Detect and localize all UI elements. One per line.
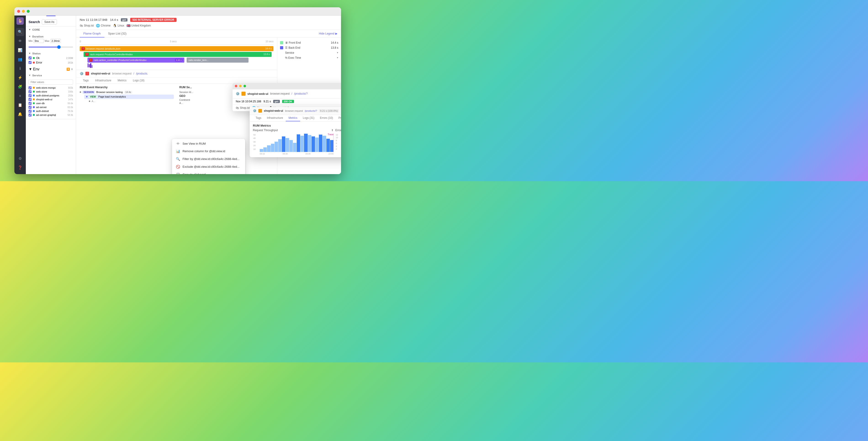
path-separator: / — [133, 72, 134, 75]
save-as-button[interactable]: Save As — [42, 20, 57, 25]
detail-tab-tags[interactable]: Tags — [80, 78, 92, 84]
service-section: ▼ Service web-store-mongo 683k — [26, 72, 76, 119]
flame-bar-rack-request[interactable]: ! rack.request ProductsController#index … — [84, 52, 272, 57]
duration-slider[interactable] — [29, 47, 73, 48]
popup-close-light[interactable] — [235, 85, 237, 87]
service-count: 58.9k — [68, 114, 73, 116]
env-filter-icon[interactable]: 🔽 — [66, 68, 70, 71]
popup-max-light[interactable] — [244, 85, 246, 87]
close-button[interactable] — [17, 10, 20, 13]
duration-header[interactable]: ▼ Duration — [29, 34, 73, 39]
service-search-input[interactable] — [29, 80, 73, 85]
hide-legend-button[interactable]: Hide Legend ▶ — [319, 32, 337, 35]
legend-exec-dropdown[interactable]: ▾ — [337, 56, 338, 59]
sidebar-icon-integrations[interactable]: 🧩 — [16, 83, 24, 91]
status-error-checkbox[interactable] — [29, 61, 32, 64]
nested-path: /products/? — [305, 110, 317, 112]
time-mark-0: 0 — [80, 40, 81, 43]
service-ad-server-checkbox[interactable] — [29, 106, 32, 109]
service-auth-dotnet-postgres-checkbox[interactable] — [29, 94, 32, 97]
service-name: auth-dotnet — [36, 110, 49, 112]
status-header[interactable]: ▼ Status — [29, 51, 73, 56]
popup-min-light[interactable] — [239, 85, 242, 87]
service-shopist-web-ui-checkbox[interactable] — [29, 98, 32, 101]
sidebar-icon-chart[interactable]: 📊 — [16, 46, 24, 54]
sidebar-icon-users[interactable]: 👥 — [16, 55, 24, 63]
max-input[interactable] — [51, 39, 61, 43]
bar-highlight — [319, 135, 322, 152]
env-clear-icon[interactable]: ✕ — [71, 68, 73, 71]
service-ad-server-graphql-checkbox[interactable] — [29, 114, 32, 117]
maximize-button[interactable] — [27, 10, 30, 13]
sidebar-icon-settings[interactable]: ⚙ — [16, 154, 24, 163]
legend-exec-label: % Exec Time — [285, 56, 301, 59]
flame-bar-browser-request[interactable]: ! browser.request /products.json 14.4 s — [80, 46, 273, 51]
detail-tab-logs[interactable]: Logs (18) — [130, 78, 148, 84]
nested-popup-header: ⚙️ shopist-web-ui browser.request /produ… — [250, 107, 341, 115]
detail-tab-metrics[interactable]: Metrics — [115, 78, 130, 84]
context-menu-copy[interactable]: 📋 Copy to clipboard — [172, 171, 245, 174]
legend-exectime: % Exec Time ▾ — [280, 55, 338, 60]
duration-label: Duration — [32, 35, 43, 38]
tag-linux: 🐧 Linux — [113, 24, 124, 27]
y-label: 2 — [336, 148, 338, 150]
core-label: CORE — [32, 28, 40, 31]
popup-meta: Nov 16 10:04:25.188 9.21 s get 200 OK — [232, 98, 341, 105]
service-user-db-checkbox[interactable] — [29, 102, 32, 105]
bar-highlight — [327, 139, 330, 152]
context-see-rum-label: See View in RUM — [183, 142, 206, 145]
service-name: ad-server — [36, 106, 46, 109]
legend-frontend-color — [280, 41, 283, 44]
nested-tab-logs[interactable]: Logs (31) — [300, 115, 317, 121]
bar — [300, 136, 304, 152]
env-row: ▼ Env 🔽 ✕ — [26, 66, 76, 72]
nested-tab-infrastructure[interactable]: Infrastructure — [264, 115, 286, 121]
context-menu-exclude[interactable]: 🚫 Exclude @dd.view.id:c80c6a4c-2688-4ed.… — [172, 163, 245, 171]
env-header[interactable]: ▼ Env — [29, 67, 39, 71]
bar — [322, 136, 326, 152]
tag-shopist: 🛍 Shop.ist — [80, 24, 94, 27]
rum-view-item[interactable]: VIEW Page load /rum/analytics — [84, 95, 174, 99]
nested-tab-metrics[interactable]: Metrics — [286, 115, 300, 121]
core-section-header[interactable]: ▼ CORE — [26, 27, 76, 33]
minimize-button[interactable] — [22, 10, 25, 13]
min-input[interactable] — [34, 39, 44, 43]
context-menu-see-rum[interactable]: 👁 See View in RUM — [172, 140, 245, 147]
nested-tab-tags[interactable]: Tags — [253, 115, 264, 121]
flame-bar-rails-action[interactable]: ! rails.action_controller ProductsContro… — [88, 58, 184, 63]
context-menu-filter[interactable]: 🔍 Filter by @dd.view.id:c80c6a4c-2688-4e… — [172, 155, 245, 163]
detail-tab-infrastructure[interactable]: Infrastructure — [92, 78, 115, 84]
flame-bars: ! browser.request /products.json 14.4 s … — [76, 46, 277, 68]
sidebar-icon-view[interactable]: 👁 — [16, 37, 24, 45]
sidebar-icon-help[interactable]: ❓ — [16, 164, 24, 172]
service-web-store-checkbox[interactable] — [29, 90, 32, 93]
small-bar-1 — [88, 63, 89, 67]
small-bar-3 — [90, 63, 91, 68]
session-duration: 14.4s — [124, 91, 132, 94]
tab-flame-graph[interactable]: Flame Graph — [80, 30, 104, 37]
bar — [278, 139, 282, 152]
bar — [285, 138, 289, 152]
nested-tab-processes[interactable]: Processes — [336, 115, 341, 121]
service-auth-dotnet-checkbox[interactable] — [29, 110, 32, 113]
path-label: /products. — [136, 72, 148, 75]
flame-bar-rails-render[interactable]: rails.render_tem... — [187, 58, 249, 63]
service-chevron-icon: ▼ — [29, 74, 31, 77]
legend-service-dropdown[interactable]: ▾ — [337, 51, 338, 54]
sidebar-icon-search[interactable]: 🔍 — [16, 28, 24, 36]
chart-title-2: Errors By Status Code — [335, 129, 341, 132]
session-badge: SESSION — [83, 91, 95, 94]
status-ok-checkbox[interactable] — [29, 56, 32, 59]
tab-span-list[interactable]: Span List (32) — [104, 30, 130, 37]
nested-tab-errors[interactable]: Errors (10) — [317, 115, 336, 121]
trace-timestamp: Nov 11 11:04:17.948 — [80, 18, 107, 22]
service-header[interactable]: ▼ Service — [26, 72, 76, 79]
service-web-store-mongo-checkbox[interactable] — [29, 86, 32, 89]
chart-export-icon-1[interactable]: ⬆ — [331, 129, 334, 132]
sidebar-icon-info[interactable]: ℹ — [16, 64, 24, 73]
sidebar-icon-monitor[interactable]: 🔔 — [16, 110, 24, 118]
context-menu-remove-col[interactable]: 📊 Remove column for @dd.view.id — [172, 147, 245, 155]
sidebar-icon-apm[interactable]: ⚡ — [16, 74, 24, 82]
sidebar-icon-menu[interactable]: ≡ — [16, 92, 24, 100]
sidebar-icon-notebook[interactable]: 📋 — [16, 101, 24, 109]
